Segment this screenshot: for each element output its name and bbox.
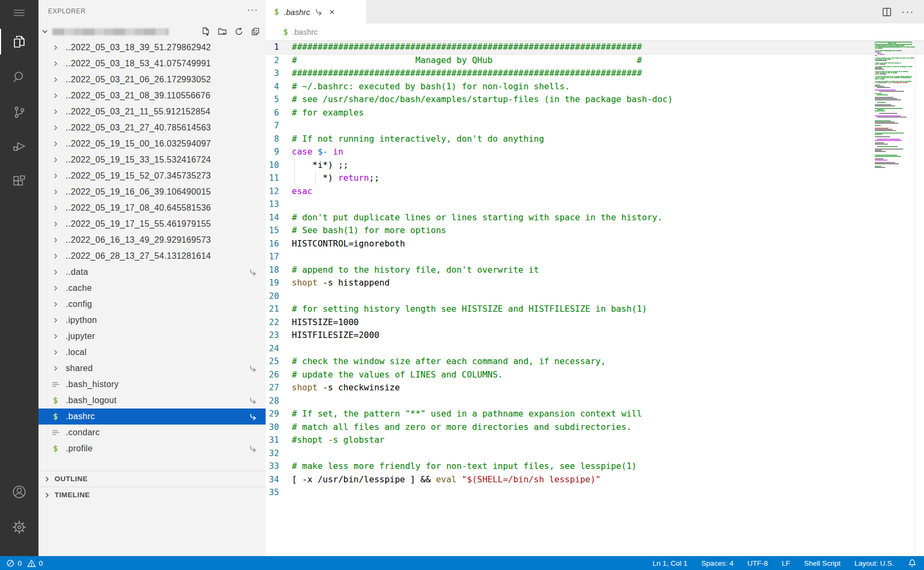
tree-item-..2022_05_03_18_39_51.279862942[interactable]: ..2022_05_03_18_39_51.279862942 bbox=[38, 40, 266, 56]
chevron-right-icon bbox=[50, 91, 61, 100]
symlink-arrow-icon bbox=[249, 365, 257, 373]
tree-item-..2022_05_03_21_27_40.785614563[interactable]: ..2022_05_03_21_27_40.785614563 bbox=[38, 120, 266, 136]
status-eol[interactable]: LF bbox=[782, 559, 790, 567]
tab-bar: $ .bashrc × ··· bbox=[266, 0, 924, 24]
tree-item-..2022_05_03_21_11_55.912152854[interactable]: ..2022_05_03_21_11_55.912152854 bbox=[38, 104, 266, 120]
tree-item-..2022_05_03_18_53_41.075749991[interactable]: ..2022_05_03_18_53_41.075749991 bbox=[38, 56, 266, 72]
status-cursor-position[interactable]: Ln 1, Col 1 bbox=[653, 559, 687, 567]
code-line-2[interactable]: 2# Managed by QHub # bbox=[266, 54, 924, 67]
code-line-34[interactable]: 34[ -x /usr/bin/lesspipe ] && eval "$(SH… bbox=[266, 473, 924, 487]
code-line-26[interactable]: 26# update the values of LINES and COLUM… bbox=[266, 368, 924, 382]
code-line-24[interactable]: 24 bbox=[266, 342, 924, 356]
code-line-4[interactable]: 4# ~/.bashrc: executed by bash(1) for no… bbox=[266, 80, 924, 94]
tree-item-.cache[interactable]: .cache bbox=[38, 280, 266, 296]
status-encoding[interactable]: UTF-8 bbox=[747, 559, 767, 567]
tree-item-.ipython[interactable]: .ipython bbox=[38, 312, 266, 328]
refresh-icon[interactable] bbox=[234, 27, 244, 36]
tree-item-.local[interactable]: .local bbox=[38, 344, 266, 360]
code-line-17[interactable]: 17 bbox=[266, 250, 924, 264]
timeline-section-header[interactable]: TIMELINE bbox=[38, 487, 266, 503]
new-folder-icon[interactable] bbox=[218, 27, 227, 36]
code-line-21[interactable]: 21# for setting history length see HISTS… bbox=[266, 303, 924, 316]
tree-item-..2022_05_03_21_08_39.110556676[interactable]: ..2022_05_03_21_08_39.110556676 bbox=[38, 88, 266, 104]
code-line-28[interactable]: 28 bbox=[266, 395, 924, 408]
tree-item-..2022_05_19_15_52_07.345735273[interactable]: ..2022_05_19_15_52_07.345735273 bbox=[38, 168, 266, 184]
chevron-right-icon bbox=[50, 204, 61, 212]
new-file-icon[interactable] bbox=[201, 27, 211, 36]
code-line-5[interactable]: 5# see /usr/share/doc/bash/examples/star… bbox=[266, 93, 924, 106]
search-icon[interactable] bbox=[0, 64, 38, 90]
code-line-35[interactable]: 35 bbox=[266, 486, 924, 499]
code-line-9[interactable]: 9case $- in bbox=[266, 145, 924, 159]
tree-item-..2022_06_28_13_27_54.131281614[interactable]: ..2022_06_28_13_27_54.131281614 bbox=[38, 248, 266, 264]
code-line-23[interactable]: 23HISTFILESIZE=2000 bbox=[266, 329, 924, 342]
notifications-bell-icon[interactable] bbox=[908, 559, 917, 567]
code-line-30[interactable]: 30# match all files and zero or more dir… bbox=[266, 421, 924, 434]
sidebar-more-actions-icon[interactable]: ··· bbox=[247, 4, 258, 16]
code-line-22[interactable]: 22HISTSIZE=1000 bbox=[266, 316, 924, 329]
code-line-29[interactable]: 29# If set, the pattern "**" used in a p… bbox=[266, 407, 924, 421]
tree-item-..2022_05_19_15_00_16.032594097[interactable]: ..2022_05_19_15_00_16.032594097 bbox=[38, 136, 266, 152]
tree-item-..2022_05_19_17_15_55.461979155[interactable]: ..2022_05_19_17_15_55.461979155 bbox=[38, 216, 266, 232]
code-line-25[interactable]: 25# check the window size after each com… bbox=[266, 355, 924, 368]
breadcrumb[interactable]: $ .bashrc bbox=[266, 24, 924, 41]
source-control-icon[interactable] bbox=[0, 99, 38, 125]
minimap[interactable] bbox=[874, 41, 915, 180]
explorer-icon[interactable] bbox=[0, 29, 38, 55]
tree-item-.profile[interactable]: $.profile bbox=[38, 441, 266, 457]
code-line-18[interactable]: 18# append to the history file, don't ov… bbox=[266, 264, 924, 277]
extensions-icon[interactable] bbox=[0, 169, 38, 195]
code-line-10[interactable]: 10 *i*) ;; bbox=[266, 159, 924, 172]
tree-item-..data[interactable]: ..data bbox=[38, 264, 266, 280]
code-line-32[interactable]: 32 bbox=[266, 447, 924, 460]
code-line-12[interactable]: 12esac bbox=[266, 185, 924, 198]
tree-item-..2022_06_16_13_49_29.929169573[interactable]: ..2022_06_16_13_49_29.929169573 bbox=[38, 232, 266, 248]
chevron-right-icon bbox=[50, 252, 61, 260]
code-line-33[interactable]: 33# make less more friendly for non-text… bbox=[266, 460, 924, 473]
account-icon[interactable] bbox=[0, 479, 38, 505]
settings-gear-icon[interactable] bbox=[0, 514, 38, 540]
status-indentation[interactable]: Spaces: 4 bbox=[701, 559, 733, 567]
status-language-mode[interactable]: Shell Script bbox=[804, 559, 840, 567]
split-editor-icon[interactable] bbox=[882, 7, 892, 17]
code-editor[interactable]: 1#######################################… bbox=[266, 41, 924, 556]
code-line-7[interactable]: 7 bbox=[266, 119, 924, 133]
run-debug-icon[interactable] bbox=[0, 134, 38, 159]
code-line-27[interactable]: 27shopt -s checkwinsize bbox=[266, 381, 924, 395]
tree-item-.bashrc[interactable]: $.bashrc bbox=[38, 409, 266, 425]
code-line-3[interactable]: 3#######################################… bbox=[266, 67, 924, 80]
workspace-root-row[interactable] bbox=[38, 24, 266, 40]
code-line-13[interactable]: 13 bbox=[266, 198, 924, 211]
tab-bashrc[interactable]: $ .bashrc × bbox=[266, 0, 366, 24]
tree-item-..2022_05_19_17_08_40.645581536[interactable]: ..2022_05_19_17_08_40.645581536 bbox=[38, 200, 266, 216]
line-number: 2 bbox=[266, 54, 279, 67]
code-line-11[interactable]: 11 *) return;; bbox=[266, 172, 924, 185]
code-line-6[interactable]: 6# for examples bbox=[266, 106, 924, 120]
code-line-1[interactable]: 1#######################################… bbox=[266, 41, 924, 54]
tree-item-..2022_05_03_21_06_26.172993052[interactable]: ..2022_05_03_21_06_26.172993052 bbox=[38, 72, 266, 88]
code-line-16[interactable]: 16HISTCONTROL=ignoreboth bbox=[266, 237, 924, 251]
code-line-15[interactable]: 15# See bash(1) for more options bbox=[266, 224, 924, 237]
tree-item-.bash_logout[interactable]: $.bash_logout bbox=[38, 392, 266, 409]
tree-item-..2022_05_19_16_06_39.106490015[interactable]: ..2022_05_19_16_06_39.106490015 bbox=[38, 184, 266, 200]
code-line-19[interactable]: 19shopt -s histappend bbox=[266, 276, 924, 290]
tree-item-.config[interactable]: .config bbox=[38, 296, 266, 312]
code-line-31[interactable]: 31#shopt -s globstar bbox=[266, 434, 924, 447]
code-text: # make less more friendly for non-text i… bbox=[292, 460, 636, 473]
collapse-folders-icon[interactable] bbox=[251, 27, 260, 36]
code-line-8[interactable]: 8# If not running interactively, don't d… bbox=[266, 133, 924, 146]
outline-section-header[interactable]: OUTLINE bbox=[38, 471, 266, 487]
tree-item-.jupyter[interactable]: .jupyter bbox=[38, 328, 266, 344]
code-line-20[interactable]: 20 bbox=[266, 290, 924, 303]
menu-icon[interactable] bbox=[0, 0, 38, 26]
editor-more-actions-icon[interactable]: ··· bbox=[902, 6, 914, 18]
tree-item-shared[interactable]: shared bbox=[38, 360, 266, 376]
close-tab-icon[interactable]: × bbox=[329, 7, 335, 17]
tree-item-.bash_history[interactable]: .bash_history bbox=[38, 376, 266, 392]
tree-item-..2022_05_19_15_33_15.532416724[interactable]: ..2022_05_19_15_33_15.532416724 bbox=[38, 152, 266, 168]
problems-status[interactable]: 0 0 bbox=[0, 559, 45, 567]
code-line-14[interactable]: 14# don't put duplicate lines or lines s… bbox=[266, 211, 924, 225]
status-keyboard-layout[interactable]: Layout: U.S. bbox=[855, 559, 894, 567]
tree-item-.condarc[interactable]: .condarc bbox=[38, 425, 266, 441]
code-text: # append to the history file, don't over… bbox=[292, 264, 539, 277]
